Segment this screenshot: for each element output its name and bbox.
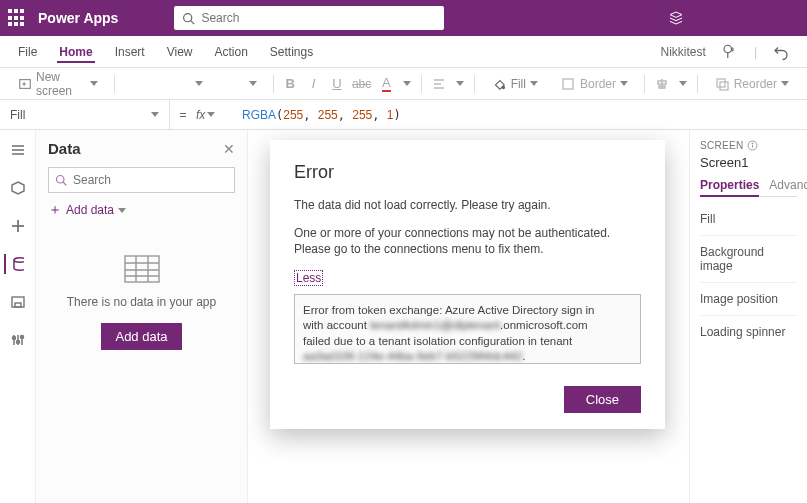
dialog-text-2: One or more of your connections may not … [294, 225, 641, 257]
modal-backdrop: Error The data did not load correctly. P… [0, 0, 807, 503]
dialog-text-1: The data did not load correctly. Please … [294, 197, 641, 213]
error-dialog: Error The data did not load correctly. P… [270, 140, 665, 429]
close-button[interactable]: Close [564, 386, 641, 413]
dialog-title: Error [294, 162, 641, 183]
less-toggle[interactable]: Less [294, 270, 323, 286]
error-details[interactable]: Error from token exchange: Azure Active … [294, 294, 641, 364]
